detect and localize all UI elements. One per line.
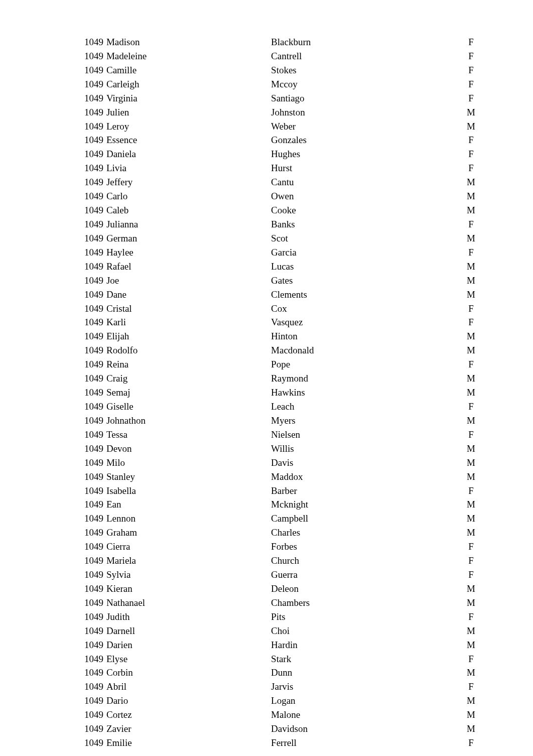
id-cell: 1049: [73, 371, 106, 386]
first-name-cell: Dane: [106, 288, 271, 302]
id-cell: 1049: [73, 274, 106, 288]
id-cell: 1049: [73, 357, 106, 371]
last-name-cell: Cantu: [271, 175, 459, 189]
table-row: 1049VirginiaSantiagoF: [73, 91, 483, 105]
gender-cell: F: [459, 357, 483, 371]
table-row: 1049MadeleineCantrellF: [73, 49, 483, 63]
gender-cell: F: [459, 610, 483, 624]
table-row: 1049JoeGatesM: [73, 274, 483, 288]
gender-cell: M: [459, 175, 483, 189]
id-cell: 1049: [73, 554, 106, 568]
gender-cell: M: [459, 119, 483, 134]
first-name-cell: Lennon: [106, 512, 271, 526]
gender-cell: F: [459, 245, 483, 260]
gender-cell: F: [459, 428, 483, 442]
id-cell: 1049: [73, 329, 106, 343]
first-name-cell: Cortez: [106, 708, 271, 722]
first-name-cell: Elijah: [106, 329, 271, 343]
table-row: 1049DaneClementsM: [73, 288, 483, 302]
table-row: 1049DanielaHughesF: [73, 147, 483, 161]
last-name-cell: Hurst: [271, 161, 459, 175]
first-name-cell: Carlo: [106, 189, 271, 203]
last-name-cell: Barber: [271, 484, 459, 498]
id-cell: 1049: [73, 35, 106, 49]
gender-cell: M: [459, 386, 483, 400]
last-name-cell: Scot: [271, 231, 459, 245]
first-name-cell: Corbin: [106, 666, 271, 680]
first-name-cell: Milo: [106, 456, 271, 470]
last-name-cell: Pits: [271, 610, 459, 624]
gender-cell: M: [459, 105, 483, 119]
id-cell: 1049: [73, 666, 106, 680]
table-row: 1049LeroyWeberM: [73, 119, 483, 134]
id-cell: 1049: [73, 638, 106, 652]
table-row: 1049TessaNielsenF: [73, 428, 483, 442]
last-name-cell: Hardin: [271, 638, 459, 652]
first-name-cell: Daniela: [106, 147, 271, 161]
first-name-cell: Jeffery: [106, 175, 271, 189]
gender-cell: M: [459, 582, 483, 596]
gender-cell: F: [459, 217, 483, 231]
gender-cell: M: [459, 343, 483, 357]
first-name-cell: Graham: [106, 526, 271, 540]
table-row: 1049ElyseStarkF: [73, 652, 483, 666]
people-table: 1049MadisonBlackburnF1049MadeleineCantre…: [73, 35, 483, 750]
last-name-cell: Choi: [271, 624, 459, 638]
last-name-cell: Campbell: [271, 512, 459, 526]
last-name-cell: Gonzales: [271, 133, 459, 147]
first-name-cell: Camille: [106, 63, 271, 77]
id-cell: 1049: [73, 203, 106, 217]
gender-cell: M: [459, 596, 483, 610]
id-cell: 1049: [73, 343, 106, 357]
first-name-cell: Livia: [106, 161, 271, 175]
gender-cell: F: [459, 484, 483, 498]
gender-cell: F: [459, 736, 483, 750]
first-name-cell: Julianna: [106, 217, 271, 231]
id-cell: 1049: [73, 610, 106, 624]
gender-cell: M: [459, 203, 483, 217]
first-name-cell: Karli: [106, 315, 271, 329]
last-name-cell: Garcia: [271, 245, 459, 260]
table-row: 1049ReinaPopeF: [73, 357, 483, 371]
first-name-cell: Essence: [106, 133, 271, 147]
gender-cell: M: [459, 722, 483, 736]
table-row: 1049EmilieFerrellF: [73, 736, 483, 750]
table-row: 1049RodolfoMacdonaldM: [73, 343, 483, 357]
id-cell: 1049: [73, 315, 106, 329]
first-name-cell: Cierra: [106, 540, 271, 554]
last-name-cell: Guerra: [271, 568, 459, 582]
last-name-cell: Willis: [271, 442, 459, 456]
table-row: 1049GrahamCharlesM: [73, 526, 483, 540]
id-cell: 1049: [73, 105, 106, 119]
id-cell: 1049: [73, 428, 106, 442]
last-name-cell: Ferrell: [271, 736, 459, 750]
id-cell: 1049: [73, 694, 106, 708]
id-cell: 1049: [73, 63, 106, 77]
last-name-cell: Mccoy: [271, 77, 459, 91]
table-row: 1049SemajHawkinsM: [73, 386, 483, 400]
gender-cell: M: [459, 526, 483, 540]
table-row: 1049DarioLoganM: [73, 694, 483, 708]
id-cell: 1049: [73, 302, 106, 316]
id-cell: 1049: [73, 288, 106, 302]
last-name-cell: Mcknight: [271, 497, 459, 512]
gender-cell: F: [459, 161, 483, 175]
table-row: 1049DarnellChoiM: [73, 624, 483, 638]
table-row: 1049RafaelLucasM: [73, 260, 483, 274]
last-name-cell: Logan: [271, 694, 459, 708]
id-cell: 1049: [73, 708, 106, 722]
table-row: 1049JulienJohnstonM: [73, 105, 483, 119]
gender-cell: M: [459, 288, 483, 302]
id-cell: 1049: [73, 470, 106, 484]
first-name-cell: Rafael: [106, 260, 271, 274]
table-row: 1049CierraForbesF: [73, 540, 483, 554]
id-cell: 1049: [73, 91, 106, 105]
first-name-cell: Darnell: [106, 624, 271, 638]
last-name-cell: Lucas: [271, 260, 459, 274]
table-row: 1049EanMcknightM: [73, 497, 483, 512]
first-name-cell: Judith: [106, 610, 271, 624]
last-name-cell: Banks: [271, 217, 459, 231]
last-name-cell: Clements: [271, 288, 459, 302]
first-name-cell: Darien: [106, 638, 271, 652]
gender-cell: M: [459, 442, 483, 456]
